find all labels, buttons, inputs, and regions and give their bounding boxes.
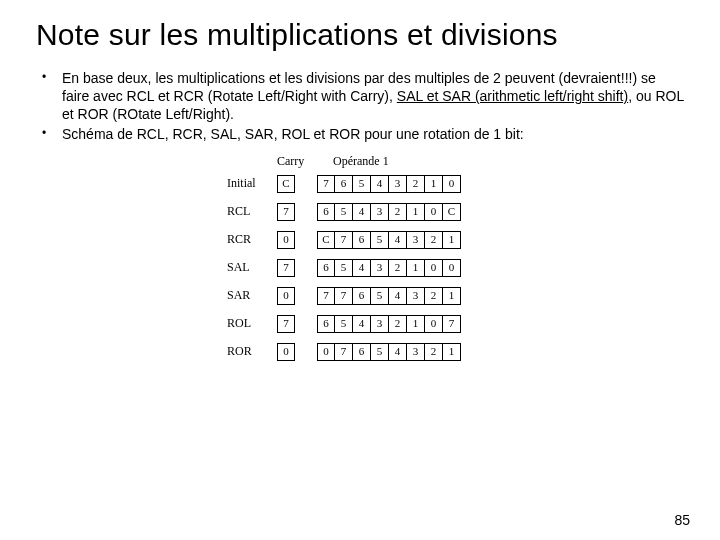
bit-cell: 1 [425,175,443,193]
bit-cell: 1 [443,343,461,361]
bit-cell: 6 [353,343,371,361]
row-label: Initial [227,176,277,191]
diagram-header-row: Carry Opérande 1 [227,154,493,169]
carry-header: Carry [277,154,333,169]
carry-col: 7 [277,315,301,333]
carry-cell: C [277,175,295,193]
operand-col: 07654321 [317,343,461,361]
bit-cell: 4 [353,259,371,277]
bit-cell: 5 [335,259,353,277]
bit-cell: 1 [443,287,461,305]
bit-cell: 0 [425,315,443,333]
bit-cell: 0 [443,175,461,193]
bit-cell: 4 [371,175,389,193]
bit-cell: 7 [335,231,353,249]
row-label: ROL [227,316,277,331]
bit-cell: 3 [371,259,389,277]
bit-cell: 1 [443,231,461,249]
bit-cell: 7 [317,175,335,193]
diagram-wrap: Carry Opérande 1 InitialC76543210RCL7654… [36,154,684,371]
bit-cell: 2 [425,343,443,361]
row-label: ROR [227,344,277,359]
bit-cell: 1 [407,315,425,333]
bit-cell: 4 [389,343,407,361]
bit-cell: 7 [335,343,353,361]
row-label: SAR [227,288,277,303]
bit-cell: 3 [407,231,425,249]
bit-cell: 3 [407,287,425,305]
bit-cell: 6 [353,231,371,249]
bit-cell: 3 [371,315,389,333]
bit-cell: 0 [425,259,443,277]
op-row-sal: SAL765432100 [227,259,493,277]
bit-cell: 5 [371,287,389,305]
slide-title: Note sur les multiplications et division… [36,18,684,52]
bit-cell: 4 [353,203,371,221]
page-number: 85 [674,512,690,528]
bit-cell: 3 [371,203,389,221]
bit-cell: 5 [371,231,389,249]
carry-cell: 0 [277,287,295,305]
bullet-2: Schéma de RCL, RCR, SAL, SAR, ROL et ROR… [36,126,684,144]
bit-cell: 0 [425,203,443,221]
bit-cell: 2 [389,203,407,221]
op-row-rol: ROL765432107 [227,315,493,333]
row-label: RCR [227,232,277,247]
bit-cell: 1 [407,203,425,221]
bullet-list: En base deux, les multiplications et les… [36,70,684,144]
rotate-diagram: Carry Opérande 1 InitialC76543210RCL7654… [227,154,493,371]
bit-cell: 1 [407,259,425,277]
bit-cell: 5 [353,175,371,193]
carry-col: 0 [277,231,301,249]
operand-col: C7654321 [317,231,461,249]
row-label: RCL [227,204,277,219]
carry-cell: 7 [277,259,295,277]
bit-cell: 0 [317,343,335,361]
bit-cell: 6 [317,203,335,221]
carry-cell: 0 [277,231,295,249]
bit-cell: 2 [389,315,407,333]
bit-cell: 6 [317,315,335,333]
bit-cell: 7 [317,287,335,305]
carry-col: 7 [277,203,301,221]
bit-cell: 2 [389,259,407,277]
operand-col: 65432100 [317,259,461,277]
bit-cell: 7 [443,315,461,333]
bullet-1-ul: SAL et SAR (arithmetic left/right shift) [397,88,628,104]
bit-cell: 3 [407,343,425,361]
op-row-rcl: RCL76543210C [227,203,493,221]
carry-cell: 7 [277,315,295,333]
bit-cell: 6 [335,175,353,193]
slide: Note sur les multiplications et division… [0,0,720,540]
bullet-1: En base deux, les multiplications et les… [36,70,684,124]
operand-col: 6543210C [317,203,461,221]
bit-cell: C [317,231,335,249]
op-row-sar: SAR077654321 [227,287,493,305]
bit-cell: 5 [335,203,353,221]
bit-cell: 7 [335,287,353,305]
carry-col: 0 [277,343,301,361]
bit-cell: 2 [407,175,425,193]
bit-cell: 6 [317,259,335,277]
carry-cell: 7 [277,203,295,221]
op-row-rcr: RCR0C7654321 [227,231,493,249]
operand-header: Opérande 1 [333,154,493,169]
bit-cell: C [443,203,461,221]
bit-cell: 0 [443,259,461,277]
carry-col: 7 [277,259,301,277]
bit-cell: 6 [353,287,371,305]
bit-cell: 2 [425,287,443,305]
bit-cell: 4 [389,231,407,249]
bit-cell: 5 [371,343,389,361]
bit-cell: 4 [389,287,407,305]
carry-cell: 0 [277,343,295,361]
bit-cell: 3 [389,175,407,193]
op-row-ror: ROR007654321 [227,343,493,361]
operand-col: 76543210 [317,175,461,193]
operand-col: 77654321 [317,287,461,305]
bit-cell: 5 [335,315,353,333]
carry-col: C [277,175,301,193]
operand-col: 65432107 [317,315,461,333]
bit-cell: 2 [425,231,443,249]
row-label: SAL [227,260,277,275]
